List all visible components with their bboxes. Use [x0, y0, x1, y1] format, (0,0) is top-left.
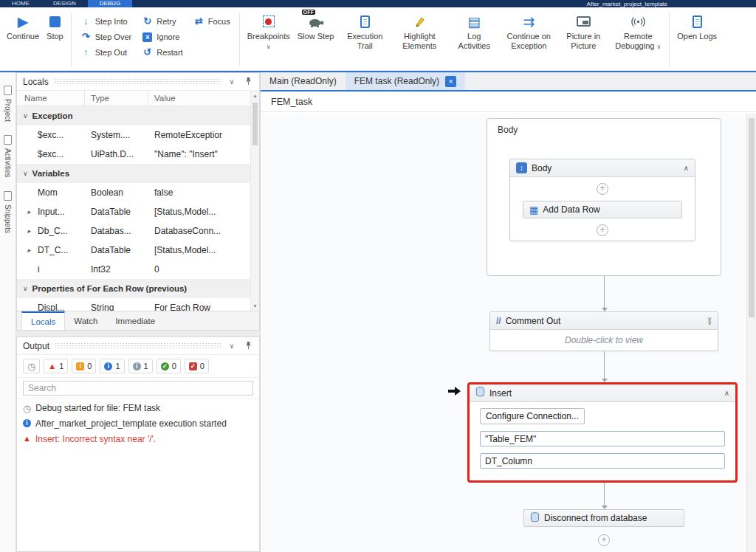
- success-filter[interactable]: ✓ 0: [157, 359, 181, 373]
- expander-icon[interactable]: ▸: [27, 246, 31, 254]
- group-row-properties[interactable]: ∨ Properties of For Each Row (previous): [17, 279, 250, 298]
- slow-step-button[interactable]: OFF Slow Step: [294, 10, 338, 70]
- body-sequence-header[interactable]: ↕ Body ∧: [510, 159, 695, 177]
- expander-icon[interactable]: ▸: [27, 208, 31, 215]
- warnings-filter[interactable]: ! 0: [72, 359, 96, 373]
- body-container-label: Body: [498, 125, 518, 135]
- add-activity-icon[interactable]: +: [597, 224, 608, 236]
- step-out-button[interactable]: ↑ Step Out: [78, 46, 135, 58]
- log-activities-button[interactable]: ▤ Log Activities: [447, 10, 501, 70]
- log-text: Debug started for file: FEM task: [35, 403, 160, 414]
- chevron-down-icon[interactable]: ∨: [227, 342, 237, 350]
- table-row[interactable]: Mom Boolean false: [17, 183, 250, 202]
- column-header-name[interactable]: Name: [17, 91, 85, 106]
- info-filter[interactable]: i 1: [100, 359, 124, 373]
- add-activity-icon[interactable]: +: [597, 183, 608, 195]
- configure-connection-button[interactable]: Configure Connection...: [480, 408, 585, 424]
- execution-trail-button[interactable]: Execution Trail: [337, 10, 392, 70]
- expand-icon[interactable]: ∨∨: [707, 317, 712, 325]
- body-sequence-activity[interactable]: ↕ Body ∧ + ▦ Add Data Row +: [509, 159, 695, 241]
- canvas-scrollbar[interactable]: [746, 114, 756, 552]
- step-into-button[interactable]: ↓ Step Into: [78, 15, 135, 27]
- table-row[interactable]: ▸Input... DataTable [Status,Model...: [17, 202, 250, 221]
- scroll-down-icon[interactable]: ▾: [251, 303, 259, 309]
- scrollbar-thumb[interactable]: [252, 103, 258, 145]
- sequence-body: + ▦ Add Data Row +: [510, 177, 695, 242]
- picture-in-picture-button[interactable]: Picture in Picture: [556, 10, 611, 70]
- datatable-field[interactable]: DT_Column: [480, 453, 725, 469]
- insert-activity-highlighted[interactable]: Insert ∧ Configure Connection... "Table_…: [467, 382, 738, 483]
- tab-immediate[interactable]: Immediate: [106, 311, 164, 330]
- breakpoints-button[interactable]: Breakpoints ∨: [244, 10, 294, 70]
- pin-icon[interactable]: [243, 341, 253, 351]
- continue-on-exception-button[interactable]: ⇉ Continue on Exception: [501, 10, 556, 70]
- restart-button[interactable]: ↺ Restart: [139, 46, 185, 58]
- close-icon[interactable]: ×: [445, 76, 456, 87]
- expander-icon[interactable]: ▸: [27, 227, 31, 235]
- highlight-elements-button[interactable]: Highlight Elements: [392, 10, 447, 70]
- pin-icon[interactable]: [243, 77, 253, 87]
- panel-drag-handle[interactable]: [55, 342, 221, 349]
- ignore-icon: ×: [142, 31, 153, 42]
- insert-header[interactable]: Insert ∧: [470, 384, 735, 402]
- table-row[interactable]: ▸DT_C... DataTable [Status,Model...: [17, 241, 250, 260]
- step-into-label: Step Into: [95, 17, 128, 26]
- ribbon-tab-design[interactable]: DESIGN: [41, 0, 88, 7]
- column-header-type[interactable]: Type: [85, 91, 148, 106]
- var-value: RemoteExceptior: [148, 130, 250, 140]
- remote-debugging-button[interactable]: Remote Debugging ∨: [611, 10, 665, 70]
- tab-watch[interactable]: Watch: [65, 311, 106, 330]
- add-activity-icon[interactable]: +: [598, 534, 610, 546]
- debug-filter[interactable]: ✓ 0: [185, 359, 209, 373]
- sidebar-item-activities[interactable]: Activities: [0, 135, 16, 177]
- panel-drag-handle[interactable]: [55, 78, 221, 85]
- breadcrumb-item[interactable]: FEM_task: [271, 97, 312, 107]
- step-into-icon: ↓: [80, 15, 92, 27]
- column-header-value[interactable]: Value: [148, 94, 250, 103]
- table-name-field[interactable]: "Table_FEM": [480, 431, 725, 446]
- body-container[interactable]: Body ↕ Body ∧ + ▦ Add Data Row +: [487, 118, 721, 276]
- open-logs-button[interactable]: Open Logs: [673, 10, 721, 70]
- slow-step-off-badge: OFF: [302, 10, 316, 15]
- ribbon-tab-home[interactable]: HOME: [0, 0, 41, 7]
- add-data-row-activity[interactable]: ▦ Add Data Row: [523, 201, 682, 218]
- log-entry-error[interactable]: ▲ Insert: Incorrect syntax near '/'.: [17, 432, 259, 447]
- group-row-variables[interactable]: ∨ Variables: [17, 164, 250, 183]
- comment-out-header[interactable]: // Comment Out ∨∨: [490, 312, 718, 330]
- chevron-down-icon[interactable]: ∨: [227, 77, 237, 86]
- table-row[interactable]: $exc... System.... RemoteExceptior: [17, 125, 250, 145]
- trace-filter[interactable]: i 1: [128, 359, 153, 373]
- comment-out-activity[interactable]: // Comment Out ∨∨ Double-click to view: [489, 311, 718, 351]
- panel-divider[interactable]: [16, 331, 260, 337]
- search-input[interactable]: [23, 381, 253, 396]
- errors-filter[interactable]: ▲ 1: [44, 359, 68, 373]
- disconnect-activity[interactable]: Disconnect from database: [523, 509, 684, 527]
- tab-main[interactable]: Main (ReadOnly): [261, 72, 346, 90]
- stop-button[interactable]: Stop: [43, 10, 67, 70]
- tab-fem-task[interactable]: FEM task (ReadOnly) ×: [346, 72, 465, 90]
- ignore-button[interactable]: × Ignore: [139, 30, 185, 43]
- focus-button[interactable]: ⇄ Focus: [190, 15, 233, 27]
- collapse-icon[interactable]: ∧: [724, 389, 729, 397]
- tab-locals[interactable]: Locals: [21, 311, 65, 330]
- sidebar-item-project[interactable]: Project: [0, 86, 16, 122]
- table-row[interactable]: i Int32 0: [17, 260, 250, 279]
- scrollbar-thumb[interactable]: [749, 118, 755, 317]
- retry-button[interactable]: ↻ Retry: [139, 15, 185, 27]
- log-entry[interactable]: ◷ Debug started for file: FEM task: [17, 401, 259, 416]
- scroll-up-icon[interactable]: ▴: [251, 92, 259, 99]
- step-over-button[interactable]: ↷ Step Over: [78, 30, 135, 43]
- continue-button[interactable]: ▶ Continue: [3, 10, 43, 70]
- timestamps-toggle[interactable]: ◷: [23, 359, 40, 373]
- designer-canvas[interactable]: Body ↕ Body ∧ + ▦ Add Data Row +: [261, 114, 746, 552]
- locals-scrollbar[interactable]: ▴ ▾: [250, 91, 259, 311]
- log-entry[interactable]: i After_market_project_template executio…: [17, 416, 259, 432]
- group-row-exception[interactable]: ∨ Exception: [17, 106, 250, 125]
- table-row[interactable]: Displ... String For Each Row: [17, 298, 250, 311]
- collapse-icon[interactable]: ∧: [684, 164, 689, 172]
- table-row[interactable]: $exc... UiPath.D... "Name": "Insert": [17, 145, 250, 164]
- sidebar-item-snippets[interactable]: Snippets: [0, 191, 16, 233]
- ribbon-tab-debug[interactable]: DEBUG: [88, 0, 132, 7]
- comment-placeholder[interactable]: Double-click to view: [490, 330, 718, 351]
- table-row[interactable]: ▸Db_C... Databas... DatabaseConn...: [17, 221, 250, 241]
